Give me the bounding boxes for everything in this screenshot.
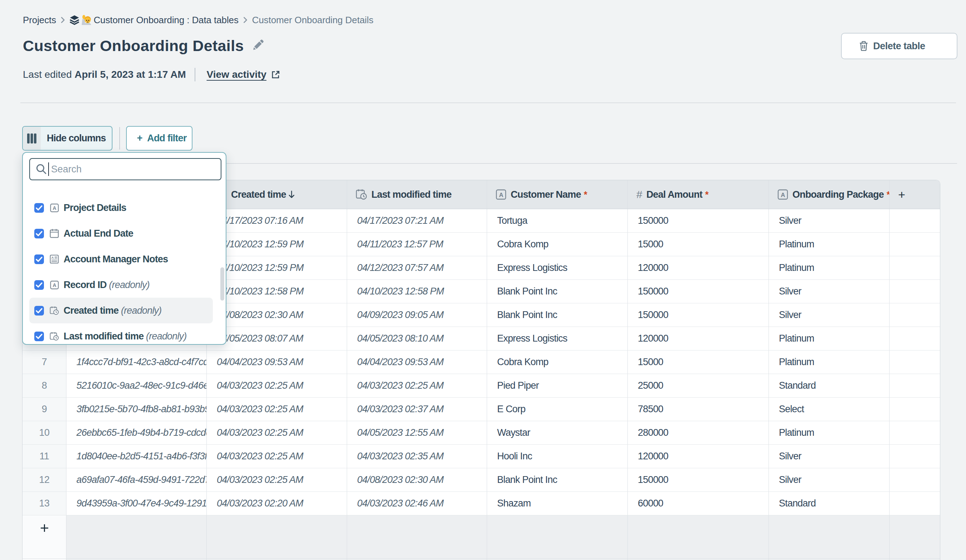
svg-text:A: A bbox=[53, 282, 56, 288]
svg-text:A: A bbox=[780, 192, 785, 198]
svg-text:A: A bbox=[53, 205, 56, 211]
svg-text:A: A bbox=[499, 192, 503, 198]
svg-text:A: A bbox=[51, 255, 54, 259]
